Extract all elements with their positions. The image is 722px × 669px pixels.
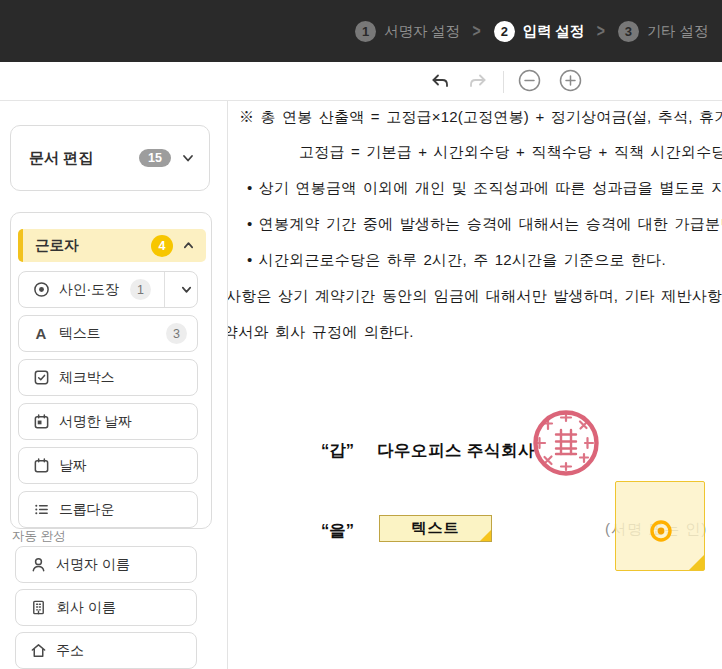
field-fold-corner	[689, 555, 704, 570]
sidebar-item-label: 주소	[56, 642, 84, 660]
contract-text-line: • 상기 연봉금액 이외에 개인 및 조직성과에 따른 성과급을 별도로 지급할…	[247, 179, 722, 198]
building-icon	[29, 599, 47, 617]
home-icon	[29, 642, 47, 660]
doc-edit-dropdown[interactable]: 문서 편집 15	[10, 125, 210, 191]
text-icon: A	[32, 325, 50, 343]
field-fold-corner	[480, 530, 491, 541]
sidebar-item-company-name[interactable]: 회사 이름	[15, 589, 197, 626]
contract-text-line: • 연봉계약 기간 중에 발생하는 승격에 대해서는 승격에 대한 가급분만 가…	[247, 215, 722, 234]
contract-text-line: ※ 총 연봉 산출액 = 고정급×12(고정연봉) + 정기상여금(설, 추석,…	[239, 108, 722, 127]
document-toolbar	[0, 62, 722, 101]
sidebar-item-label: 텍스트	[59, 325, 100, 343]
contract-text-line: 약서와 회사 규정에 의한다.	[228, 323, 414, 342]
chevron-down-icon	[181, 151, 195, 165]
step-3-label: 기타 설정	[647, 22, 708, 41]
person-icon	[29, 556, 47, 574]
sidebar-item-text[interactable]: A 텍스트 3	[18, 315, 198, 352]
step-2-circle: 2	[494, 21, 515, 42]
signature-field[interactable]	[615, 481, 705, 571]
main-body: 문서 편집 15 근로자 4	[0, 101, 722, 669]
signer-group-count-badge: 4	[151, 235, 173, 257]
party-a-label: “갑”	[321, 440, 354, 462]
sidebar-item-label: 회사 이름	[56, 599, 116, 617]
step-1-label: 서명자 설정	[384, 22, 459, 41]
sidebar-item-sign-stamp[interactable]: 사인·도장 1	[18, 271, 198, 308]
step-input-setup[interactable]: 2 입력 설정	[494, 21, 584, 42]
sidebar-item-address[interactable]: 주소	[15, 632, 197, 669]
zoom-in-icon	[559, 69, 582, 95]
contract-text-line: • 시간외근로수당은 하루 2시간, 주 12시간을 기준으로 한다.	[247, 251, 666, 270]
contract-text-line: 사항은 상기 계약기간 동안의 임금에 대해서만 발생하며, 기타 제반사항은 …	[228, 287, 722, 306]
sidebar-item-label: 체크박스	[59, 369, 114, 387]
text-field-label: 텍스트	[412, 519, 460, 538]
undo-button[interactable]	[428, 70, 452, 94]
step-indicator: 1 서명자 설정 > 2 입력 설정 > 3 기타 설정	[355, 21, 708, 42]
signer-group-label: 근로자	[35, 236, 151, 255]
sidebar-item-signed-date[interactable]: 서명한 날짜	[18, 403, 198, 440]
item-divider	[164, 272, 165, 307]
step-2-label: 입력 설정	[523, 22, 584, 41]
company-seal-stamp	[531, 408, 601, 478]
chevron-right-icon: >	[597, 21, 605, 41]
chevron-right-icon: >	[473, 21, 481, 41]
contract-text-line: 고정급 = 기본급 + 시간외수당 + 직책수당 + 직책 시간외수당	[299, 143, 722, 162]
dropdown-list-icon	[32, 501, 50, 519]
step-etc-setup[interactable]: 3 기타 설정	[618, 21, 708, 42]
sidebar-item-dropdown[interactable]: 드롭다운	[18, 491, 198, 528]
sidebar-item-label: 날짜	[59, 457, 87, 475]
zoom-out-icon	[518, 69, 541, 95]
party-b-label: “을”	[321, 520, 354, 542]
zoom-out-button[interactable]	[517, 70, 541, 94]
signer-field-group: 근로자 4 사인·도장 1	[10, 212, 212, 529]
sidebar-item-signer-name[interactable]: 서명자 이름	[15, 546, 197, 583]
redo-icon	[468, 71, 488, 94]
sidebar-item-label: 드롭다운	[59, 501, 114, 519]
sidebar-item-label: 서명자 이름	[56, 556, 130, 574]
doc-edit-label: 문서 편집	[29, 149, 139, 168]
auto-complete-section-label: 자동 완성	[12, 528, 65, 545]
step-1-circle: 1	[355, 21, 376, 42]
doc-edit-count-badge: 15	[139, 149, 171, 167]
document-canvas: ※ 총 연봉 산출액 = 고정급×12(고정연봉) + 정기상여금(설, 추석,…	[228, 101, 722, 669]
step-3-circle: 3	[618, 21, 639, 42]
toolbar-divider	[503, 71, 504, 93]
sidebar-item-label: 서명한 날짜	[59, 413, 132, 431]
text-input-field[interactable]: 텍스트	[379, 515, 492, 542]
step-signer-setup[interactable]: 1 서명자 설정	[355, 21, 459, 42]
text-count-badge: 3	[166, 323, 187, 344]
undo-icon	[430, 71, 450, 94]
group-accent-bar	[18, 229, 23, 262]
sidebar-item-date[interactable]: 날짜	[18, 447, 198, 484]
sidebar-item-checkbox[interactable]: 체크박스	[18, 359, 198, 396]
zoom-in-button[interactable]	[558, 70, 582, 94]
stamp-radio-icon	[32, 281, 50, 299]
checkbox-icon	[32, 369, 50, 387]
sign-stamp-count-badge: 1	[130, 279, 151, 300]
sidebar-item-label: 사인·도장	[59, 281, 119, 299]
chevron-up-icon	[182, 239, 195, 252]
chevron-down-icon[interactable]	[175, 272, 198, 307]
calendar-icon	[32, 457, 50, 475]
calendar-signed-icon	[32, 413, 50, 431]
wizard-header: 1 서명자 설정 > 2 입력 설정 > 3 기타 설정	[0, 0, 722, 62]
esign-input-setup-window: 1 서명자 설정 > 2 입력 설정 > 3 기타 설정	[0, 0, 722, 669]
field-sidebar: 문서 편집 15 근로자 4	[0, 101, 228, 669]
party-a-company-name: 다우오피스 주식회사	[377, 440, 535, 462]
signer-group-header[interactable]: 근로자 4	[18, 229, 206, 262]
stamp-target-icon	[649, 519, 673, 547]
redo-button[interactable]	[466, 70, 490, 94]
